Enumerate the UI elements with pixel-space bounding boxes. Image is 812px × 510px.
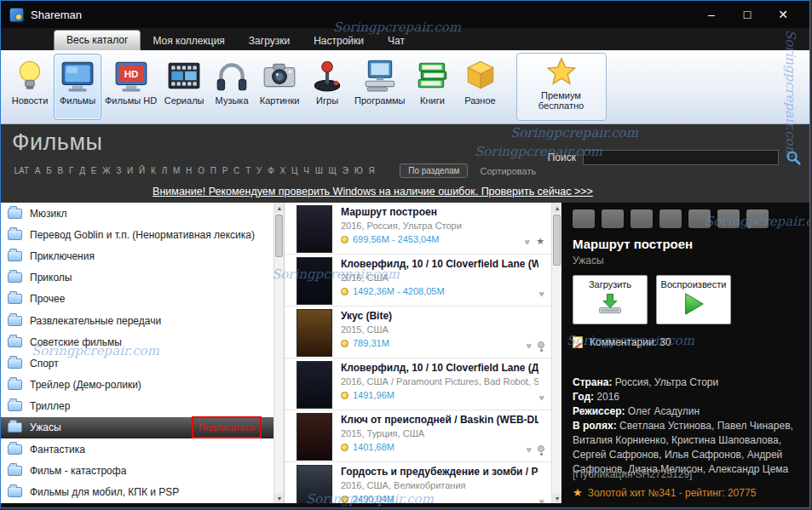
heart-icon[interactable]: ♥: [538, 393, 544, 403]
toolbar-item-music[interactable]: Музыка: [208, 54, 256, 120]
alphabet-letter[interactable]: Ц: [289, 166, 301, 175]
alphabet-letter[interactable]: А: [32, 166, 43, 175]
toolbar-item-news[interactable]: Новости: [6, 54, 54, 120]
scroll-thumb[interactable]: [275, 215, 283, 257]
alphabet-letter[interactable]: М: [170, 166, 183, 175]
alphabet-letter[interactable]: К: [148, 166, 159, 175]
heart-icon[interactable]: ♥: [526, 341, 532, 351]
movie-list-item[interactable]: Укус (Bite)2015, США789,31M♥: [285, 307, 551, 358]
comments-row[interactable]: Комментарии: 30: [573, 336, 801, 348]
movie-list-item[interactable]: Маршрут построен2016, Россия, Ультра Сто…: [285, 203, 551, 255]
maximize-button[interactable]: □: [729, 8, 765, 21]
alphabet-letter[interactable]: Я: [366, 166, 377, 175]
scroll-thumb[interactable]: [553, 215, 561, 266]
close-button[interactable]: ✕: [765, 8, 801, 21]
alphabet-letter[interactable]: С: [231, 166, 243, 175]
toolbar-item-programs[interactable]: Программы: [351, 54, 408, 120]
bulb-icon[interactable]: [538, 445, 544, 452]
alphabet-letter[interactable]: Ч: [301, 166, 312, 175]
sidebar-item[interactable]: Мюзикл: [1, 203, 274, 224]
folder-open-icon[interactable]: [659, 209, 682, 228]
alphabet-letter[interactable]: Й: [136, 166, 148, 175]
sidebar-item[interactable]: Приключения: [1, 245, 274, 266]
alphabet-letter[interactable]: Е: [88, 166, 99, 175]
minimize-button[interactable]: –: [694, 8, 729, 21]
note-icon[interactable]: [602, 209, 624, 228]
alphabet-letter[interactable]: Э: [339, 166, 351, 175]
folder-icon[interactable]: [688, 209, 711, 228]
toolbar-item-movies-hd[interactable]: HDФильмы HD: [101, 54, 160, 120]
alphabet-letter[interactable]: Ю: [351, 166, 366, 175]
alphabet-letter[interactable]: И: [124, 166, 136, 175]
copy-icon[interactable]: [631, 209, 653, 228]
tab-downloads[interactable]: Загрузки: [237, 32, 302, 50]
alphabet-letter[interactable]: LAT: [11, 166, 32, 175]
subscribe-link[interactable]: Подписаться: [199, 422, 255, 433]
sidebar-item[interactable]: Советские фильмы: [1, 331, 274, 352]
pencil-icon[interactable]: [717, 209, 740, 228]
tab-all-catalog[interactable]: Весь каталог: [54, 30, 141, 50]
alphabet-letter[interactable]: Щ: [325, 166, 339, 175]
sidebar-item[interactable]: Фильмы для мобил, КПК и PSP: [1, 481, 274, 502]
check-windows-link[interactable]: Внимание! Рекомендуем проверить Windows …: [153, 186, 593, 198]
toolbar-item-misc[interactable]: Разное: [457, 54, 504, 120]
sidebar-item[interactable]: Приколы: [1, 267, 274, 289]
toolbar-item-series[interactable]: Сериалы: [160, 54, 208, 120]
alphabet-letter[interactable]: Ш: [312, 166, 325, 175]
alphabet-letter[interactable]: О: [195, 166, 208, 175]
tab-my-collection[interactable]: Моя коллекция: [141, 32, 236, 50]
heart-icon[interactable]: ♥: [538, 496, 544, 503]
movie-list-item[interactable]: Ключ от преисподней / Baskin (WEB-DL2015…: [285, 410, 551, 462]
search-input[interactable]: [583, 150, 779, 165]
sidebar-item[interactable]: Перевод Goblin и т.п. (Ненормативная лек…: [1, 224, 274, 245]
bulb-icon[interactable]: [538, 341, 544, 348]
sidebar-item[interactable]: Триллер: [1, 396, 274, 417]
tab-chat[interactable]: Чат: [376, 32, 417, 50]
premium-free-button[interactable]: Премиум бесплатно: [516, 53, 607, 121]
sidebar-item[interactable]: Трейлер (Демо-ролики): [1, 375, 274, 396]
magic-wand-icon[interactable]: [746, 209, 769, 228]
sidebar-scrollbar[interactable]: ▲ ▼: [274, 203, 284, 503]
sidebar-item[interactable]: УжасыПодписаться: [1, 417, 274, 438]
alphabet-letter[interactable]: Л: [158, 166, 170, 175]
sort-button[interactable]: Сортировать: [480, 166, 536, 176]
alphabet-letter[interactable]: Д: [77, 166, 89, 175]
alphabet-letter[interactable]: Б: [43, 166, 55, 175]
upload-icon[interactable]: [573, 209, 595, 228]
star-icon: [545, 56, 578, 90]
tab-settings[interactable]: Настройки: [302, 32, 376, 50]
movie-list-scrollbar[interactable]: ▲ ▼: [551, 203, 561, 503]
play-button[interactable]: Воспроизвести: [656, 275, 731, 324]
toolbar-item-games[interactable]: Игры: [303, 54, 351, 120]
alphabet-letter[interactable]: В: [55, 166, 66, 175]
alphabet-letter[interactable]: П: [207, 166, 219, 175]
alphabet-letter[interactable]: Х: [277, 166, 288, 175]
search-icon[interactable]: [786, 150, 801, 165]
sidebar-item[interactable]: Спорт: [1, 352, 274, 374]
alphabet-letter[interactable]: Ж: [100, 166, 113, 175]
toolbar-item-pictures[interactable]: Картинки: [256, 54, 303, 120]
alphabet-letter[interactable]: Р: [219, 166, 230, 175]
movie-row-icons: ♥: [526, 444, 544, 455]
alphabet-letter[interactable]: Ф: [265, 166, 277, 175]
alphabet-letter[interactable]: З: [113, 166, 124, 175]
heart-icon[interactable]: ♥: [526, 444, 532, 455]
alphabet-letter[interactable]: У: [254, 166, 265, 175]
by-sections-button[interactable]: По разделам: [400, 163, 468, 178]
sidebar-item[interactable]: Фантастика: [1, 438, 274, 460]
alphabet-letter[interactable]: Н: [183, 166, 195, 175]
alphabet-letter[interactable]: Г: [66, 166, 77, 175]
alphabet-letter[interactable]: Т: [243, 166, 254, 175]
sidebar-item[interactable]: Развлекательные передачи: [1, 310, 274, 331]
download-button[interactable]: Загрузить: [573, 275, 648, 324]
movie-list-item[interactable]: Кловерфилд, 10 / 10 Cloverfield Lane (W2…: [285, 255, 551, 307]
toolbar-item-movies[interactable]: Фильмы: [54, 54, 101, 120]
heart-icon[interactable]: ♥: [538, 289, 544, 299]
heart-icon[interactable]: ♥: [525, 237, 531, 247]
sidebar-item[interactable]: Фильм - катастрофа: [1, 460, 274, 481]
star-small-icon[interactable]: ★: [536, 236, 544, 247]
sidebar-item[interactable]: Прочее: [1, 289, 274, 310]
movie-list-item[interactable]: Кловерфилд, 10 / 10 Cloverfield Lane (Д2…: [285, 358, 551, 410]
toolbar-item-books[interactable]: Книги: [409, 54, 457, 120]
movie-list-item[interactable]: Гордость и предубеждение и зомби / P2016…: [285, 462, 551, 503]
